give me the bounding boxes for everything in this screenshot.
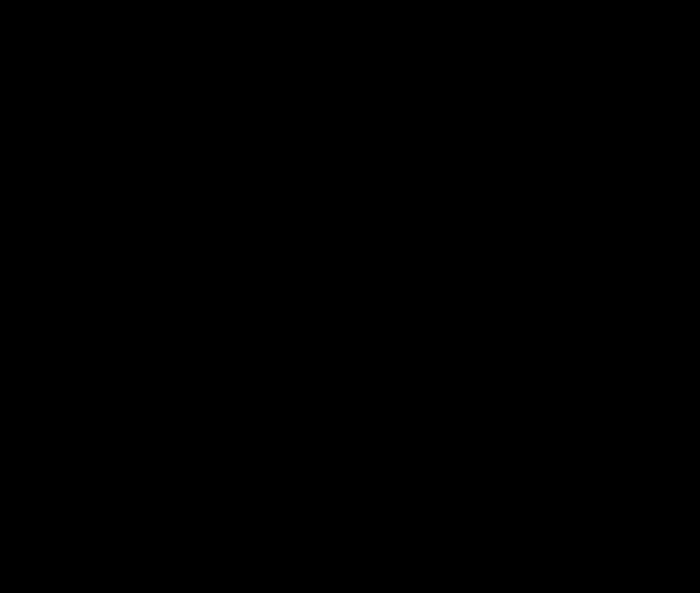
order-book-board xyxy=(0,0,700,593)
board-header xyxy=(0,0,700,14)
